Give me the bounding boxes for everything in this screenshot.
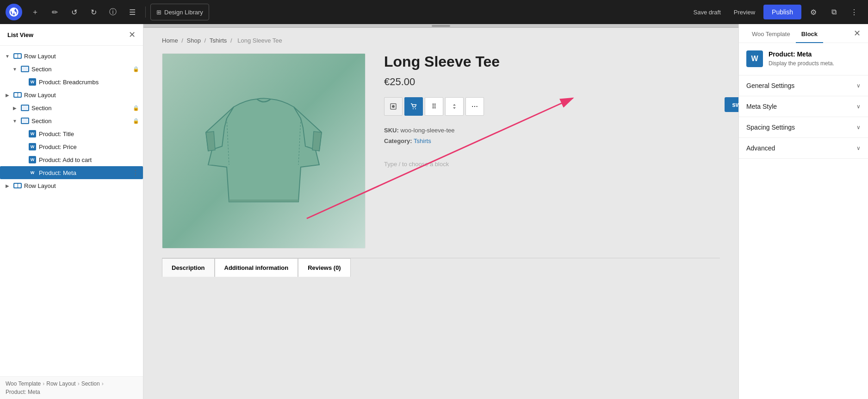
right-tab-block[interactable]: Block <box>796 24 823 43</box>
breadcrumb-item-0: Woo Template <box>6 380 41 387</box>
wp-logo[interactable] <box>6 4 22 20</box>
row-layout-icon-1 <box>13 51 22 61</box>
edit-button[interactable]: ✏ <box>46 4 63 20</box>
more-action-btn[interactable]: ⋯ <box>465 97 484 116</box>
editor-canvas: Home / Shop / Tshirts / Long Sleeve Tee <box>143 24 738 399</box>
list-view-content: Row Layout Section 🔒 Product: Breadcrumb… <box>0 46 143 376</box>
tree-toggle-section3[interactable] <box>11 117 19 125</box>
tree-item-row1[interactable]: Row Layout <box>0 50 143 62</box>
settings-general-label: General Settings <box>746 82 794 89</box>
product-info: Long Sleeve Tee €25.00 ⠿ <box>384 53 720 168</box>
section-icon-1 <box>20 64 30 74</box>
product-icon-cart <box>28 155 37 164</box>
tab-description[interactable]: Description <box>162 258 215 277</box>
toolbar: ＋ ✏ ↺ ↻ ⓘ ☰ ⊞ Design Library Save draft … <box>0 0 868 24</box>
settings-general-chevron: ∨ <box>856 82 861 89</box>
breadcrumb-tshirts[interactable]: Tshirts <box>210 37 227 44</box>
tree-label-product-meta: Product: Meta <box>39 169 130 176</box>
publish-button[interactable]: Publish <box>763 5 801 19</box>
bc-sep2: / <box>205 37 208 44</box>
block-icon-large: W <box>746 50 763 67</box>
tree-item-row3[interactable]: Row Layout <box>0 179 143 192</box>
list-view-close-button[interactable]: ✕ <box>129 30 136 40</box>
breadcrumb-shop[interactable]: Shop <box>187 37 201 44</box>
product-icon-price <box>28 142 37 151</box>
tree-item-section1[interactable]: Section 🔒 <box>0 62 143 75</box>
tree-toggle-section2[interactable] <box>11 104 19 112</box>
tree-label-row3: Row Layout <box>24 182 139 189</box>
product-icon-title <box>28 129 37 138</box>
settings-advanced: Advanced ∨ <box>739 138 868 159</box>
settings-general-row[interactable]: General Settings ∨ <box>739 75 868 96</box>
tree-item-breadcrumbs[interactable]: Product: Breadcrumbs <box>0 75 143 88</box>
row-layout-icon-3 <box>13 181 22 190</box>
template-parts-button[interactable]: ⧉ <box>825 4 842 20</box>
add-block-button[interactable]: ＋ <box>27 4 43 20</box>
tree-item-product-cart[interactable]: Product: Add to cart <box>0 153 143 166</box>
drag-action-btn[interactable]: ⠿ <box>425 97 443 116</box>
lock-icon-3: 🔒 <box>133 118 139 124</box>
tree-item-row2[interactable]: Row Layout <box>0 88 143 101</box>
settings-meta-style-label: Meta Style <box>746 103 777 110</box>
settings-spacing-row[interactable]: Spacing Settings ∨ <box>739 117 868 137</box>
tree-item-section2[interactable]: Section 🔒 <box>0 101 143 114</box>
settings-meta-style: Meta Style ∨ <box>739 96 868 117</box>
reorder-action-btn[interactable] <box>445 97 464 116</box>
right-panel-header: Woo Template Block ✕ <box>739 24 868 43</box>
tab-reviews[interactable]: Reviews (0) <box>298 258 351 277</box>
tree-toggle-row1[interactable] <box>4 52 11 60</box>
tab-bar: Description Additional information Revie… <box>162 258 720 277</box>
design-library-button[interactable]: ⊞ Design Library <box>150 4 209 20</box>
breadcrumb-current: Long Sleeve Tee <box>237 37 282 44</box>
tree-toggle-row3[interactable] <box>4 182 11 189</box>
list-view-button[interactable]: ☰ <box>124 4 141 20</box>
save-draft-button[interactable]: Save draft <box>689 6 725 19</box>
tree-label-section3: Section <box>31 118 133 125</box>
redo-button[interactable]: ↻ <box>85 4 102 20</box>
cart-action-btn[interactable] <box>404 97 423 116</box>
breadcrumb-item-3: Product: Meta <box>6 389 40 395</box>
right-tab-woo-template[interactable]: Woo Template <box>746 24 796 43</box>
block-info-section: W Product: Meta Display the products met… <box>739 43 868 75</box>
breadcrumb-home[interactable]: Home <box>162 37 178 44</box>
undo-button[interactable]: ↺ <box>66 4 82 20</box>
product-image-wrap <box>162 53 366 249</box>
right-panel-close-button[interactable]: ✕ <box>854 28 861 38</box>
settings-button[interactable]: ⚙ <box>805 4 822 20</box>
image-action-btn[interactable] <box>384 97 403 116</box>
tree-item-section3[interactable]: Section 🔒 <box>0 114 143 127</box>
tree-label-product-price: Product: Price <box>39 143 139 150</box>
settings-advanced-row[interactable]: Advanced ∨ <box>739 138 868 158</box>
section-icon-3 <box>20 116 30 125</box>
preview-button[interactable]: Preview <box>729 6 760 19</box>
breadcrumb-item-1: Row Layout <box>46 380 75 387</box>
tree-menu-product-meta[interactable]: ⋮ <box>132 168 139 177</box>
settings-general: General Settings ∨ <box>739 75 868 96</box>
product-icon-meta <box>28 168 37 177</box>
product-image <box>162 54 365 248</box>
tree-toggle-row2[interactable] <box>4 91 11 99</box>
tree-toggle-section1[interactable] <box>11 65 19 73</box>
design-library-icon: ⊞ <box>156 9 161 16</box>
info-button[interactable]: ⓘ <box>105 4 121 20</box>
more-options-button[interactable]: ⋮ <box>846 4 862 20</box>
settings-meta-style-row[interactable]: Meta Style ∨ <box>739 96 868 117</box>
canvas-inner: Home / Shop / Tshirts / Long Sleeve Tee <box>143 24 738 399</box>
settings-spacing: Spacing Settings ∨ <box>739 117 868 138</box>
bc-sep3: / <box>230 37 234 44</box>
tree-item-product-meta[interactable]: Product: Meta ⋮ <box>0 166 143 179</box>
category-value[interactable]: Tshirts <box>414 137 431 144</box>
settings-advanced-chevron: ∨ <box>856 145 861 151</box>
section-icon-2 <box>20 103 30 112</box>
tree-item-product-title[interactable]: Product: Title <box>0 127 143 140</box>
tree-label-section2: Section <box>31 105 133 112</box>
tree-label-row2: Row Layout <box>24 92 139 99</box>
product-layout: Long Sleeve Tee €25.00 ⠿ <box>162 53 720 249</box>
tab-additional-info[interactable]: Additional information <box>215 258 298 277</box>
add-to-cart-bar: ⠿ ⋯ swag store! <box>384 97 720 116</box>
design-library-label: Design Library <box>164 9 203 16</box>
product-title-heading: Long Sleeve Tee <box>384 53 720 70</box>
sku-line: SKU: woo-long-sleeve-tee <box>384 125 720 136</box>
toolbar-right: Save draft Preview Publish ⚙ ⧉ ⋮ <box>689 4 862 20</box>
tree-item-product-price[interactable]: Product: Price <box>0 140 143 153</box>
